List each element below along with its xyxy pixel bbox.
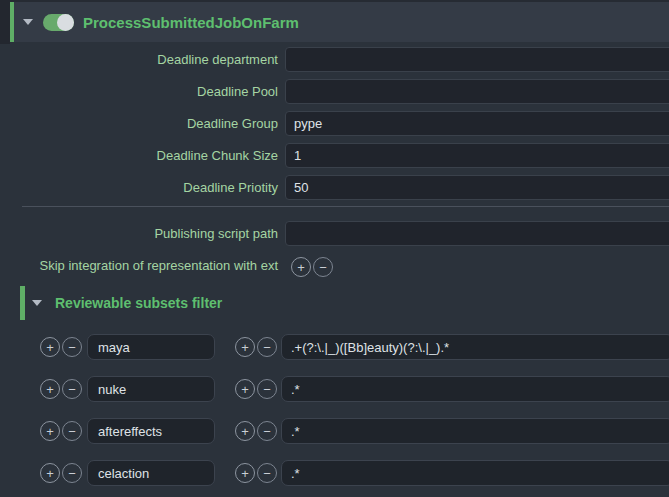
- key-buttons: + −: [40, 379, 82, 399]
- filter-key-input[interactable]: [87, 376, 215, 402]
- form-row-deadline-priority: Deadline Priotity: [0, 174, 669, 200]
- remove-value-button[interactable]: −: [257, 421, 277, 441]
- deadline-chunk-size-input[interactable]: [285, 143, 669, 168]
- key-buttons: + −: [40, 463, 82, 483]
- remove-key-button[interactable]: −: [62, 421, 82, 441]
- add-value-button[interactable]: +: [235, 421, 255, 441]
- filter-row-nuke: + − + −: [40, 376, 669, 402]
- filter-key-input[interactable]: [87, 334, 215, 360]
- filter-value-input[interactable]: [281, 418, 669, 444]
- add-value-button[interactable]: +: [235, 379, 255, 399]
- section-collapse-arrow-icon[interactable]: [32, 300, 42, 306]
- deadline-department-input[interactable]: [285, 47, 669, 72]
- remove-key-button[interactable]: −: [62, 379, 82, 399]
- filter-key-input[interactable]: [87, 460, 215, 486]
- settings-form: Deadline department Deadline Pool Deadli…: [0, 46, 669, 278]
- deadline-department-label: Deadline department: [0, 52, 278, 67]
- remove-item-button[interactable]: −: [313, 257, 333, 277]
- remove-key-button[interactable]: −: [62, 463, 82, 483]
- remove-key-button[interactable]: −: [62, 337, 82, 357]
- form-row-deadline-pool: Deadline Pool: [0, 78, 669, 104]
- key-buttons: + −: [40, 421, 82, 441]
- publishing-script-path-input[interactable]: [285, 221, 669, 246]
- value-buttons: + −: [235, 337, 277, 357]
- add-key-button[interactable]: +: [40, 463, 60, 483]
- deadline-priority-label: Deadline Priotity: [0, 180, 278, 195]
- add-key-button[interactable]: +: [40, 337, 60, 357]
- value-buttons: + −: [235, 421, 277, 441]
- deadline-priority-input[interactable]: [285, 175, 669, 200]
- add-key-button[interactable]: +: [40, 421, 60, 441]
- deadline-pool-label: Deadline Pool: [0, 84, 278, 99]
- enabled-toggle[interactable]: [43, 14, 74, 31]
- skip-integration-label: Skip integration of representation with …: [0, 258, 278, 273]
- collapse-arrow-icon[interactable]: [23, 19, 33, 25]
- remove-value-button[interactable]: −: [257, 379, 277, 399]
- publishing-script-path-label: Publishing script path: [0, 226, 278, 241]
- deadline-group-label: Deadline Group: [0, 116, 278, 131]
- filter-row-aftereffects: + − + −: [40, 418, 669, 444]
- form-row-deadline-chunk-size: Deadline Chunk Size: [0, 142, 669, 168]
- form-row-deadline-department: Deadline department: [0, 46, 669, 72]
- filter-key-input[interactable]: [87, 418, 215, 444]
- section-header-reviewable-subsets-filter: Reviewable subsets filter: [20, 286, 669, 320]
- deadline-pool-input[interactable]: [285, 79, 669, 104]
- add-value-button[interactable]: +: [235, 337, 255, 357]
- deadline-group-input[interactable]: [285, 111, 669, 136]
- deadline-chunk-size-label: Deadline Chunk Size: [0, 148, 278, 163]
- filter-value-input[interactable]: [281, 376, 669, 402]
- remove-value-button[interactable]: −: [257, 337, 277, 357]
- toggle-knob: [57, 14, 74, 31]
- filter-value-input[interactable]: [281, 460, 669, 486]
- add-key-button[interactable]: +: [40, 379, 60, 399]
- filter-row-maya: + − + −: [40, 334, 669, 360]
- key-buttons: + −: [40, 337, 82, 357]
- value-buttons: + −: [235, 379, 277, 399]
- skip-integration-buttons: + −: [291, 257, 333, 277]
- form-row-deadline-group: Deadline Group: [0, 110, 669, 136]
- form-row-publishing-script-path: Publishing script path: [0, 220, 669, 246]
- section-divider: [22, 206, 669, 207]
- remove-value-button[interactable]: −: [257, 463, 277, 483]
- value-buttons: + −: [235, 463, 277, 483]
- add-value-button[interactable]: +: [235, 463, 255, 483]
- section-title: Reviewable subsets filter: [55, 295, 222, 311]
- filter-row-celaction: + − + −: [40, 460, 669, 486]
- group-title: ProcessSubmittedJobOnFarm: [83, 14, 299, 31]
- add-item-button[interactable]: +: [291, 257, 311, 277]
- form-row-skip-integration: Skip integration of representation with …: [0, 252, 669, 278]
- filter-value-input[interactable]: [281, 334, 669, 360]
- header-left-margin: [0, 0, 10, 44]
- filter-list: + − + − + − + − + − + −: [0, 334, 669, 486]
- group-header-process-submitted-job: ProcessSubmittedJobOnFarm: [10, 2, 669, 42]
